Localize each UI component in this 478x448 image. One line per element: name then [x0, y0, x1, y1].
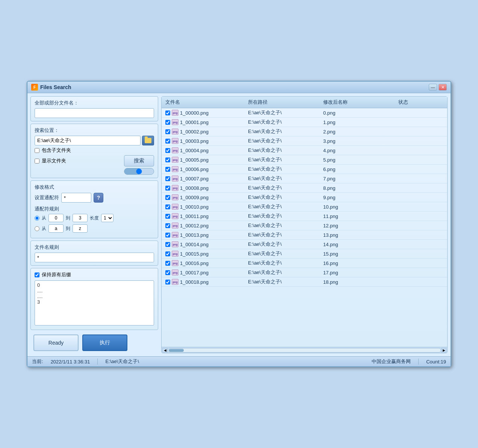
cell-path: E:\ae\天命之子\: [244, 278, 319, 285]
cell-filename: png 1_00015.png: [162, 251, 244, 257]
file-checkbox[interactable]: [165, 204, 170, 209]
range-radio-1[interactable]: [35, 216, 39, 221]
file-checkbox[interactable]: [165, 261, 170, 266]
minimize-button[interactable]: —: [429, 84, 437, 91]
cell-newname: 5.png: [319, 157, 395, 163]
filename-text: 1_00006.png: [180, 166, 209, 172]
file-checkbox[interactable]: [165, 129, 170, 134]
table-row: png 1_00012.png E:\ae\天命之子\ 12.png: [162, 221, 447, 230]
scroll-left-arrow[interactable]: ◀: [162, 348, 168, 353]
help-button[interactable]: ?: [94, 193, 103, 203]
cell-filename: png 1_00006.png: [162, 166, 244, 172]
search-button[interactable]: 搜索: [124, 155, 154, 166]
cell-path: E:\ae\天命之子\: [244, 138, 319, 144]
execute-button[interactable]: 执行: [82, 334, 127, 351]
file-checkbox[interactable]: [165, 195, 170, 200]
file-checkbox[interactable]: [165, 270, 170, 275]
scroll-track[interactable]: [168, 348, 441, 353]
ready-button[interactable]: Ready: [33, 334, 79, 351]
from1-label: 从: [42, 215, 46, 221]
file-checkbox[interactable]: [165, 139, 170, 144]
search-location-row: [35, 136, 154, 145]
table-row: png 1_00006.png E:\ae\天命之子\ 6.png: [162, 165, 447, 174]
browse-folder-button[interactable]: [142, 136, 154, 145]
wildcard-rules-label: 通配符规则: [35, 206, 154, 212]
filename-input[interactable]: [35, 108, 154, 118]
cell-filename: png 1_00004.png: [162, 147, 244, 153]
close-button[interactable]: ✕: [439, 84, 447, 91]
file-checkbox[interactable]: [165, 223, 170, 228]
col-header-newname: 修改后名称: [319, 99, 395, 106]
cell-path: E:\ae\天命之子\: [244, 109, 319, 116]
table-row: png 1_00010.png E:\ae\天命之子\ 10.png: [162, 202, 447, 212]
table-row: png 1_00017.png E:\ae\天命之子\ 17.png: [162, 268, 447, 277]
file-type-icon: png: [172, 251, 178, 257]
filename-text: 1_00005.png: [180, 157, 209, 163]
file-type-icon: png: [172, 110, 178, 116]
table-row: png 1_00003.png E:\ae\天命之子\ 3.png: [162, 136, 447, 146]
file-type-icon: png: [172, 204, 178, 210]
table-body: png 1_00000.png E:\ae\天命之子\ 0.png png 1_…: [162, 108, 447, 347]
cell-filename: png 1_00009.png: [162, 194, 244, 200]
show-folders-checkbox[interactable]: [35, 159, 39, 163]
cell-newname: 1.png: [319, 120, 395, 125]
file-checkbox[interactable]: [165, 280, 170, 285]
table-row: png 1_00005.png E:\ae\天命之子\ 5.png: [162, 155, 447, 165]
file-type-icon: png: [172, 269, 178, 275]
status-count: Count:19: [426, 359, 446, 365]
file-type-icon: png: [172, 241, 178, 247]
status-datetime: 2022/1/11 3:36:31: [51, 359, 90, 365]
from1-input[interactable]: [48, 214, 64, 222]
to2-input[interactable]: [73, 224, 88, 233]
length-select[interactable]: 1 2 3: [101, 214, 113, 222]
filename-rules-label: 文件名规则: [35, 244, 154, 251]
file-checkbox[interactable]: [165, 148, 170, 153]
table-row: png 1_00009.png E:\ae\天命之子\ 9.png: [162, 193, 447, 202]
from2-input[interactable]: [48, 224, 64, 233]
file-checkbox[interactable]: [165, 167, 170, 172]
cell-newname: 17.png: [319, 270, 395, 275]
file-type-icon: png: [172, 222, 178, 229]
range-radio-2[interactable]: [35, 226, 39, 231]
filename-text: 1_00000.png: [180, 110, 209, 116]
file-checkbox[interactable]: [165, 251, 170, 256]
filename-text: 1_00003.png: [180, 138, 209, 144]
title-bar: F Files Search — ✕: [27, 82, 451, 93]
table-row: png 1_00001.png E:\ae\天命之子\ 1.png: [162, 118, 447, 127]
to1-input[interactable]: [73, 214, 88, 222]
file-checkbox[interactable]: [165, 186, 170, 191]
bottom-buttons: Ready 执行: [30, 332, 158, 353]
cell-filename: png 1_00000.png: [162, 110, 244, 116]
preserve-ext-checkbox[interactable]: [35, 272, 39, 277]
horizontal-scrollbar[interactable]: ◀ ▶: [162, 347, 447, 353]
show-folders-row: 显示文件夹 搜索: [35, 155, 154, 166]
slider[interactable]: [124, 168, 154, 175]
file-checkbox[interactable]: [165, 110, 170, 115]
file-checkbox[interactable]: [165, 157, 170, 162]
filename-text: 1_00011.png: [180, 213, 209, 219]
location-input[interactable]: [35, 136, 141, 145]
cell-newname: 18.png: [319, 279, 395, 285]
file-checkbox[interactable]: [165, 176, 170, 181]
include-subfolders-checkbox[interactable]: [35, 148, 39, 153]
range-radio-row-2: 从 到: [35, 224, 154, 233]
file-type-icon: png: [172, 260, 178, 266]
wildcard-input[interactable]: [61, 193, 91, 203]
preserve-textarea[interactable]: 0 .... .... 3: [35, 280, 154, 325]
file-checkbox[interactable]: [165, 214, 170, 219]
table-row: png 1_00000.png E:\ae\天命之子\ 0.png: [162, 108, 447, 118]
scroll-right-arrow[interactable]: ▶: [441, 348, 446, 353]
filename-text: 1_00008.png: [180, 185, 209, 191]
file-checkbox[interactable]: [165, 242, 170, 247]
cell-path: E:\ae\天命之子\: [244, 213, 319, 219]
filename-text: 1_00016.png: [180, 260, 209, 266]
filename-rules-input[interactable]: [35, 253, 154, 262]
filename-text: 1_00002.png: [180, 129, 209, 135]
file-checkbox[interactable]: [165, 233, 170, 238]
filename-search-section: 全部或部分文件名：: [30, 96, 158, 121]
cell-newname: 4.png: [319, 148, 395, 153]
show-folders-label: 显示文件夹: [42, 157, 66, 164]
scroll-thumb[interactable]: [169, 349, 184, 352]
file-checkbox[interactable]: [165, 120, 170, 125]
table-row: png 1_00016.png E:\ae\天命之子\ 16.png: [162, 259, 447, 268]
